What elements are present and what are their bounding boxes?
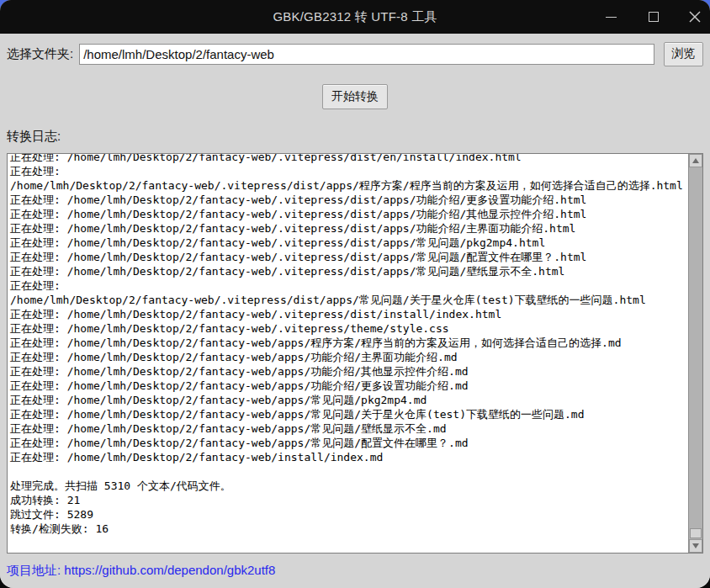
- log-line: 正在处理: /home/lmh/Desktop/2/fantacy-web/.v…: [10, 264, 686, 278]
- browse-button[interactable]: 浏览: [664, 42, 703, 66]
- log-line: 正在处理: /home/lmh/Desktop/2/fantacy-web/ap…: [10, 421, 686, 436]
- log-line: 正在处理:: [10, 278, 686, 293]
- title-bar[interactable]: GBK/GB2312 转 UTF-8 工具: [0, 0, 710, 34]
- log-line: 正在处理: /home/lmh/Desktop/2/fantacy-web/.v…: [10, 193, 686, 207]
- log-line: 正在处理: /home/lmh/Desktop/2/fantacy-web/ap…: [10, 407, 686, 421]
- log-line: 转换/检测失败: 16: [10, 522, 686, 536]
- window-content: 选择文件夹: 浏览 开始转换 转换日志: 正在处理: /home/lmh/Des…: [0, 34, 710, 588]
- maximize-button[interactable]: [641, 7, 666, 27]
- log-line: 正在处理: /home/lmh/Desktop/2/fantacy-web/ap…: [10, 436, 686, 450]
- folder-select-row: 选择文件夹: 浏览: [7, 41, 703, 66]
- vertical-scrollbar[interactable]: [688, 154, 702, 553]
- scroll-down-icon: [692, 543, 699, 548]
- log-textarea[interactable]: 正在处理: /home/lmh/Desktop/2/fantacy-web/.v…: [7, 153, 703, 554]
- log-line: 正在处理: /home/lmh/Desktop/2/fantacy-web/ap…: [10, 364, 686, 379]
- maximize-icon: [649, 12, 659, 22]
- log-line: 正在处理: /home/lmh/Desktop/2/fantacy-web/.v…: [10, 307, 686, 321]
- log-line: 正在处理: /home/lmh/Desktop/2/fantacy-web/.v…: [10, 207, 686, 221]
- scroll-up-icon: [692, 158, 699, 163]
- log-line: 成功转换: 21: [10, 493, 686, 507]
- log-line: [10, 464, 686, 479]
- log-line: 正在处理:: [10, 164, 686, 178]
- scrollbar-thumb[interactable]: [690, 528, 702, 538]
- app-window: GBK/GB2312 转 UTF-8 工具 选择文件夹: 浏览 开始转换 转换日…: [0, 0, 710, 588]
- log-line: 正在处理: /home/lmh/Desktop/2/fantacy-web/.v…: [10, 250, 686, 264]
- log-label: 转换日志:: [7, 129, 703, 145]
- log-content: 正在处理: /home/lmh/Desktop/2/fantacy-web/.v…: [10, 153, 686, 536]
- project-address-link[interactable]: 项目地址: https://github.com/dependon/gbk2ut…: [7, 563, 275, 577]
- folder-label: 选择文件夹:: [7, 46, 73, 62]
- close-icon: [689, 11, 701, 23]
- log-line: 正在处理: /home/lmh/Desktop/2/fantacy-web/.v…: [10, 236, 686, 250]
- window-title: GBK/GB2312 转 UTF-8 工具: [273, 9, 437, 25]
- folder-path-input[interactable]: [79, 44, 654, 65]
- log-line: /home/lmh/Desktop/2/fantacy-web/.vitepre…: [10, 293, 686, 307]
- scroll-up-button[interactable]: [689, 154, 702, 167]
- log-line: 跳过文件: 5289: [10, 507, 686, 522]
- scroll-down-button[interactable]: [689, 539, 702, 553]
- log-line: 正在处理: /home/lmh/Desktop/2/fantacy-web/ap…: [10, 393, 686, 407]
- log-line: 正在处理: /home/lmh/Desktop/2/fantacy-web/ap…: [10, 350, 686, 364]
- minimize-button[interactable]: [598, 7, 623, 27]
- log-line: 正在处理: /home/lmh/Desktop/2/fantacy-web/.v…: [10, 321, 686, 336]
- log-line: 正在处理: /home/lmh/Desktop/2/fantacy-web/.v…: [10, 153, 686, 164]
- start-convert-button[interactable]: 开始转换: [322, 84, 388, 109]
- minimize-icon: [606, 17, 617, 18]
- log-line: 正在处理: /home/lmh/Desktop/2/fantacy-web/.v…: [10, 221, 686, 236]
- log-line: 正在处理: /home/lmh/Desktop/2/fantacy-web/in…: [10, 450, 686, 464]
- footer: 项目地址: https://github.com/dependon/gbk2ut…: [7, 563, 703, 579]
- close-button[interactable]: [682, 7, 707, 27]
- log-line: 处理完成。共扫描 5310 个文本/代码文件。: [10, 479, 686, 493]
- log-line: /home/lmh/Desktop/2/fantacy-web/.vitepre…: [10, 178, 686, 193]
- log-line: 正在处理: /home/lmh/Desktop/2/fantacy-web/ap…: [10, 379, 686, 393]
- log-line: 正在处理: /home/lmh/Desktop/2/fantacy-web/ap…: [10, 336, 686, 350]
